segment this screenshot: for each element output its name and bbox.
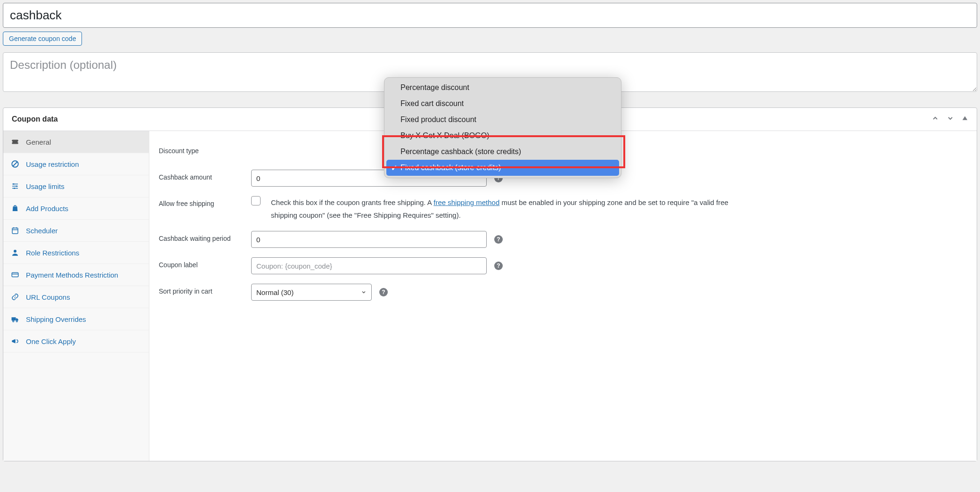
cashback-waiting-period-label: Cashback waiting period (159, 231, 244, 242)
bag-icon (11, 204, 19, 213)
coupon-data-tabs: GeneralUsage restrictionUsage limitsAdd … (3, 131, 149, 461)
cashback-amount-label: Cashback amount (159, 170, 244, 181)
tab-add-products[interactable]: Add Products (3, 197, 149, 219)
ticket-icon (11, 138, 19, 146)
discount-type-option[interactable]: Fixed cart discount (386, 96, 619, 112)
tab-shipping-overrides[interactable]: Shipping Overrides (3, 308, 149, 330)
link-icon (11, 293, 19, 301)
tab-general[interactable]: General (3, 131, 149, 153)
tab-role-restrictions[interactable]: Role Restrictions (3, 242, 149, 263)
allow-free-shipping-label: Allow free shipping (159, 196, 244, 207)
free-shipping-method-link[interactable]: free shipping method (433, 198, 499, 206)
tab-label: General (26, 138, 51, 146)
help-tip-icon[interactable]: ? (494, 262, 503, 270)
discount-type-option[interactable]: Fixed cashback (store credits) (386, 160, 619, 176)
discount-type-dropdown[interactable]: Percentage discountFixed cart discountFi… (384, 77, 621, 178)
help-tip-icon[interactable]: ? (494, 235, 503, 244)
tab-label: Usage restriction (26, 160, 79, 168)
tab-label: Add Products (26, 205, 68, 213)
calendar-icon (11, 226, 19, 235)
allow-free-shipping-checkbox[interactable] (251, 196, 261, 205)
tab-url-coupons[interactable]: URL Coupons (3, 286, 149, 308)
tab-label: Scheduler (26, 227, 58, 235)
coupon-data-metabox: Coupon data GeneralUsage restrictionUsag… (3, 107, 977, 461)
tab-label: Usage limits (26, 182, 65, 190)
generate-coupon-code-button[interactable]: Generate coupon code (3, 32, 82, 46)
coupon-label-label: Coupon label (159, 257, 244, 269)
tab-scheduler[interactable]: Scheduler (3, 220, 149, 241)
sort-priority-select[interactable]: Normal (30) (251, 284, 372, 301)
megaphone-icon (11, 337, 19, 345)
coupon-label-input[interactable] (251, 257, 487, 274)
cashback-waiting-period-input[interactable] (251, 231, 487, 248)
discount-type-option[interactable]: Buy X Get X Deal (BOGO) (386, 128, 619, 144)
card-icon (11, 271, 19, 279)
tab-usage-limits[interactable]: Usage limits (3, 175, 149, 197)
tab-label: One Click Apply (26, 337, 76, 345)
truck-icon (11, 315, 19, 323)
user-icon (11, 248, 19, 257)
coupon-title-input[interactable] (3, 3, 977, 28)
discount-type-option[interactable]: Percentage cashback (store credits) (386, 144, 619, 160)
svg-marker-0 (963, 116, 968, 120)
move-down-icon[interactable] (947, 115, 954, 124)
block-icon (11, 160, 19, 168)
sliders-icon (11, 182, 19, 190)
free-shipping-description: Check this box if the coupon grants free… (271, 196, 733, 221)
tab-one-click-apply[interactable]: One Click Apply (3, 330, 149, 352)
metabox-title: Coupon data (12, 115, 58, 123)
discount-type-option[interactable]: Fixed product discount (386, 112, 619, 128)
move-up-icon[interactable] (931, 115, 939, 124)
help-tip-icon[interactable]: ? (379, 288, 388, 296)
tab-label: Shipping Overrides (26, 315, 86, 323)
discount-type-label: Discount type (159, 143, 244, 155)
toggle-icon[interactable] (962, 115, 968, 124)
discount-type-option[interactable]: Percentage discount (386, 80, 619, 96)
general-panel: Discount type Cashback amount ? Allow fr… (149, 131, 977, 461)
tab-label: URL Coupons (26, 293, 70, 301)
tab-label: Payment Methods Restriction (26, 271, 118, 279)
tab-label: Role Restrictions (26, 249, 79, 257)
tab-payment-methods-restriction[interactable]: Payment Methods Restriction (3, 264, 149, 286)
tab-usage-restriction[interactable]: Usage restriction (3, 153, 149, 175)
sort-priority-label: Sort priority in cart (159, 284, 244, 295)
